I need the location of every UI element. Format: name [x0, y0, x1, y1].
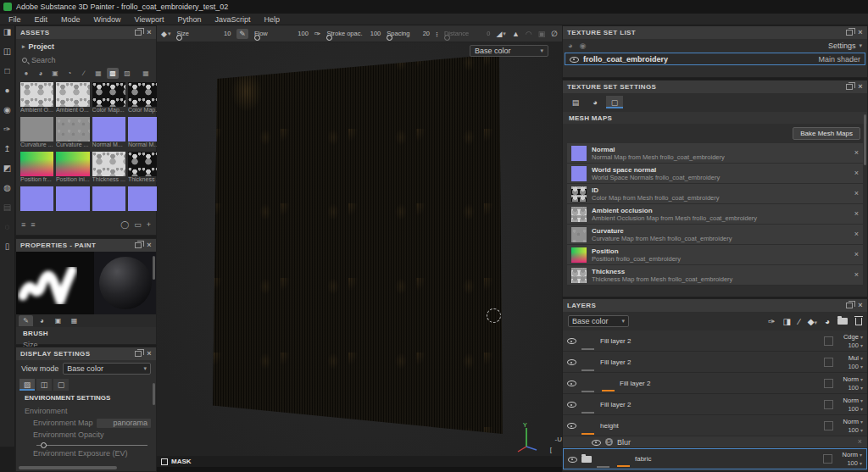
- layer-effect-row[interactable]: S Blur ×: [563, 436, 867, 448]
- mesh-maps-header[interactable]: MESH MAPS: [563, 112, 867, 124]
- mesh-map-row[interactable]: Ambient occlusionAmbient Occlusion Map f…: [567, 204, 863, 225]
- new-folder-icon[interactable]: ▭: [134, 220, 142, 229]
- remove-map-icon[interactable]: ×: [854, 230, 859, 238]
- display-settings-scrollbar[interactable]: [153, 383, 155, 405]
- menu-window[interactable]: Window: [87, 15, 128, 24]
- menu-file[interactable]: File: [2, 15, 28, 24]
- blend-mode-dropdown[interactable]: Mul ▾: [849, 354, 863, 362]
- delete-layer-icon[interactable]: [855, 318, 862, 325]
- projection-tool-icon[interactable]: ◫: [1, 45, 14, 58]
- isolate-icon[interactable]: ◉: [579, 42, 586, 50]
- asset-tile[interactable]: [56, 186, 90, 219]
- blend-mode-dropdown[interactable]: Norm ▾: [843, 451, 862, 458]
- add-smart-mask-icon[interactable]: ◕: [825, 317, 830, 326]
- menu-viewport[interactable]: Viewport: [128, 15, 171, 24]
- asset-tile[interactable]: Ambient O...: [20, 82, 53, 114]
- remove-effect-icon[interactable]: ×: [858, 438, 862, 446]
- filter-procedurals-icon[interactable]: ◔: [64, 68, 75, 79]
- layer-row[interactable]: Fill layer 2 Cdge ▾100 ▾: [563, 330, 867, 352]
- polygon-fill-tool-icon[interactable]: □: [1, 64, 14, 77]
- filter-brushes-icon[interactable]: ∕: [78, 68, 90, 79]
- add-effect-icon[interactable]: ✑: [768, 317, 775, 326]
- symmetry-icon[interactable]: ▣: [538, 30, 546, 38]
- filter-environments-icon[interactable]: ▨: [121, 68, 133, 79]
- filter-materials-icon[interactable]: ●: [20, 68, 32, 79]
- add-paint-layer-icon[interactable]: ∕: [798, 317, 800, 326]
- list-view-icon[interactable]: ≡: [21, 220, 25, 229]
- bake-mesh-maps-button[interactable]: Bake Mesh Maps: [793, 127, 860, 140]
- horizontal-scrollbar[interactable]: [19, 466, 117, 469]
- layer-row[interactable]: Fill layer 2 Norm ▾100 ▾: [563, 394, 867, 415]
- layer-row[interactable]: height Norm ▾100 ▾: [563, 415, 867, 436]
- opacity-dropdown[interactable]: 100 ▾: [837, 426, 863, 435]
- asset-tile[interactable]: Position fr...: [20, 152, 53, 184]
- blend-mode-dropdown[interactable]: Norm ▾: [843, 375, 863, 383]
- filter-all-active-icon[interactable]: ▩: [107, 68, 119, 79]
- assets-project-node[interactable]: ▸ Project: [16, 39, 156, 53]
- asset-tile[interactable]: Curvature ...: [56, 117, 90, 149]
- viewport-3d[interactable]: Base color ▾ Y -U [ MASK: [157, 42, 562, 472]
- tab-viewport-icon[interactable]: ▢: [53, 379, 69, 391]
- layer-visibility-icon[interactable]: [567, 336, 576, 345]
- add-fill-layer-icon[interactable]: ◨: [783, 317, 791, 326]
- brush-section-header[interactable]: BRUSH: [16, 327, 156, 337]
- effect-visibility-icon[interactable]: [592, 438, 601, 447]
- layer-visibility-icon[interactable]: [567, 421, 576, 430]
- remove-map-icon[interactable]: ×: [854, 271, 859, 279]
- tab-channels-icon[interactable]: ▤: [567, 96, 584, 108]
- asset-tile[interactable]: Normal M...: [92, 117, 125, 149]
- symmetry-off-icon[interactable]: ∅: [551, 30, 558, 38]
- mesh-map-row[interactable]: PositionPosition frollo_coat_embroidery …: [567, 245, 863, 265]
- float-panel-icon[interactable]: [846, 84, 853, 90]
- export-tool-icon[interactable]: ↥: [1, 142, 14, 155]
- blend-mode-dropdown[interactable]: Norm ▾: [843, 397, 863, 404]
- float-panel-icon[interactable]: [135, 30, 142, 36]
- layer-row[interactable]: Fill layer 2 Mul ▾100 ▾: [563, 352, 867, 373]
- opacity-dropdown[interactable]: 100 ▾: [837, 459, 862, 468]
- menu-javascript[interactable]: JavaScript: [208, 15, 257, 24]
- mask-checkbox-icon[interactable]: [161, 458, 168, 465]
- document-tool-icon[interactable]: ▯: [1, 240, 14, 253]
- mesh-fabric-plane[interactable]: [213, 54, 503, 434]
- detail-view-icon[interactable]: ≡: [31, 220, 35, 229]
- remove-map-icon[interactable]: ×: [854, 169, 859, 177]
- menu-mode[interactable]: Mode: [54, 15, 87, 24]
- close-panel-icon[interactable]: ×: [858, 83, 863, 91]
- close-panel-icon[interactable]: ×: [858, 302, 863, 309]
- flow-brush-icon[interactable]: ✎: [236, 29, 248, 39]
- environment-opacity-slider[interactable]: [36, 445, 147, 446]
- layers-channel-dropdown[interactable]: Base color ▾: [568, 315, 629, 327]
- texture-set-settings-scrollbar[interactable]: [864, 114, 866, 165]
- layer-visibility-icon[interactable]: [568, 455, 577, 464]
- tab-brush-icon[interactable]: ✎: [19, 315, 33, 326]
- filter-alphas-icon[interactable]: ◕: [35, 68, 47, 79]
- layer-visibility-icon[interactable]: [567, 400, 576, 408]
- brush-alpha-dropdown-icon[interactable]: ◆▾: [161, 30, 170, 38]
- asset-tile[interactable]: Position ini...: [56, 152, 90, 184]
- opacity-dropdown[interactable]: 100 ▾: [837, 363, 863, 371]
- asset-tile[interactable]: [20, 186, 53, 219]
- asset-tile[interactable]: Ambient O...: [56, 82, 90, 114]
- menu-python[interactable]: Python: [170, 15, 208, 24]
- tab-environment-icon[interactable]: ▨: [19, 379, 35, 391]
- float-panel-icon[interactable]: [135, 242, 142, 248]
- close-panel-icon[interactable]: ×: [147, 242, 152, 249]
- menu-help[interactable]: Help: [257, 15, 287, 24]
- mesh-map-row[interactable]: ThicknessThickness Map from Mesh frollo_…: [567, 265, 863, 286]
- environment-map-field[interactable]: panorama: [97, 419, 151, 428]
- distance-slider[interactable]: Distance0: [444, 31, 491, 37]
- remove-map-icon[interactable]: ×: [854, 251, 859, 258]
- grid-view-icon[interactable]: ▦: [140, 68, 152, 79]
- opacity-brush-icon[interactable]: ✑: [314, 30, 321, 38]
- add-smart-material-icon[interactable]: ◆▾: [808, 317, 817, 326]
- mesh-map-row[interactable]: World space normalWorld Space Normals fr…: [567, 164, 863, 184]
- falloff-curve-icon[interactable]: ◢▾: [496, 30, 505, 38]
- texture-set-item-selected[interactable]: frollo_coat_embroidery Main shader: [565, 53, 865, 65]
- asset-tile[interactable]: Color Map...: [92, 82, 125, 114]
- close-panel-icon[interactable]: ×: [147, 29, 152, 36]
- stroke-opacity-slider[interactable]: Stroke opac.100: [326, 31, 381, 37]
- tab-size-icon[interactable]: ▢: [606, 96, 623, 108]
- layer-row[interactable]: Fill layer 2 Norm ▾100 ▾: [563, 373, 867, 394]
- menu-edit[interactable]: Edit: [28, 15, 55, 24]
- viewport-shading-dropdown[interactable]: Base color ▾: [470, 45, 548, 57]
